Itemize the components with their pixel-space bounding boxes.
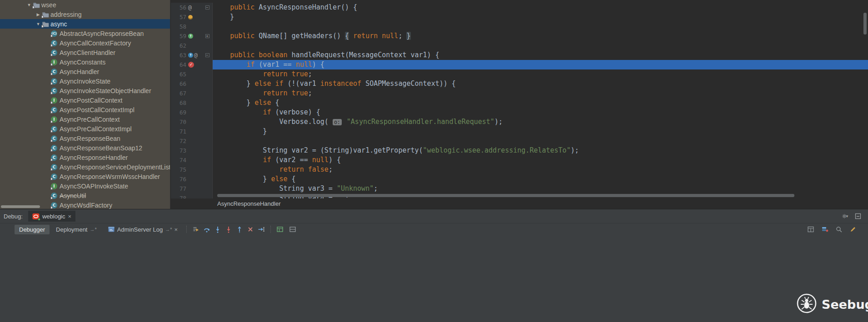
tree-item-AsyncClientHandler[interactable]: CAsyncClientHandler [0,48,170,57]
console-view-icon[interactable] [275,225,285,234]
code-text[interactable]: return true; [213,89,868,98]
code-line-77[interactable]: 77 String var3 = "Unknown"; [171,184,868,193]
interface-icon: I [51,59,60,65]
code-line-71[interactable]: 71 } [171,127,868,136]
chevron-right-icon[interactable]: ▶ [35,12,42,17]
code-line-59[interactable]: 59↑+ public QName[] getHeaders() { retur… [171,31,868,41]
tree-item-AsyncInvokeStateObjectHandler[interactable]: CAsyncInvokeStateObjectHandler [0,86,170,95]
tree-item-AsyncPreCallContextImpl[interactable]: CAsyncPreCallContextImpl [0,124,170,134]
tree-item-AsyncPostCallContext[interactable]: IAsyncPostCallContext [0,95,170,105]
code-text[interactable]: } else { [213,98,868,108]
hide-panel-icon[interactable] [854,213,862,220]
tab-deployment[interactable]: Deployment→* [51,225,101,234]
tab-adminserver-log[interactable]: AdminServer Log→*× [103,224,182,234]
code-text[interactable]: public AsyncResponseHandler() { [213,3,868,12]
tree-item-wsee[interactable]: ▼wsee [0,0,170,10]
code-text[interactable]: public QName[] getHeaders() { return nul… [213,31,868,41]
close-session-icon[interactable]: × [68,213,72,219]
tree-item-AsyncHandler[interactable]: CAsyncHandler [0,67,170,76]
gear-icon[interactable]: ▼ [842,213,849,220]
code-line-76[interactable]: 76 } else { [171,174,868,184]
tree-item-AsyncResponseServiceDeploymentListener[interactable]: CAsyncResponseServiceDeploymentListener [0,162,170,172]
code-line-74[interactable]: 74 if (var2 == null) { [171,155,868,165]
code-line-65[interactable]: 65 return true; [171,69,868,79]
force-step-into-icon[interactable] [224,225,234,234]
restore-layout-icon[interactable] [806,225,816,234]
code-line-57[interactable]: 57 } [171,12,868,22]
fold-minus-icon[interactable]: − [205,5,210,10]
tree-item-AsyncPreCallContext[interactable]: IAsyncPreCallContext [0,114,170,124]
code-line-62[interactable]: 62 [171,41,868,50]
tree-item-AsyncResponseHandler[interactable]: CAsyncResponseHandler [0,153,170,162]
code-line-63[interactable]: 63↑@− public boolean handleRequest(Messa… [171,50,868,60]
editor-horizontal-scrollbar[interactable] [217,194,794,197]
code-line-68[interactable]: 68 } else { [171,98,868,108]
code-line-72[interactable]: 72 [171,136,868,146]
code-text[interactable]: return false; [213,165,868,174]
code-text[interactable]: if (var1 == null) { [213,60,868,69]
line-number: 62 [171,41,186,50]
code-line-75[interactable]: 75 return false; [171,165,868,174]
edit-icon[interactable] [848,225,858,234]
fold-minus-icon[interactable]: − [205,53,210,57]
code-text[interactable]: return true; [213,69,868,79]
code-text[interactable]: } [213,127,868,136]
code-text[interactable]: public boolean handleRequest(MessageCont… [213,50,868,60]
code-text[interactable]: if (verbose) { [213,108,868,117]
close-tab-icon[interactable]: × [175,227,178,233]
tree-horizontal-scrollbar[interactable] [1,205,40,208]
tree-item-AbstractAsyncResponseBean[interactable]: (C)AbstractAsyncResponseBean [0,29,170,38]
tree-item-label: AsyncConstants [60,59,105,66]
tree-item-AsyncResponseBeanSoap12[interactable]: CAsyncResponseBeanSoap12 [0,143,170,153]
tree-item-async[interactable]: ▼async [0,19,170,29]
memory-view-icon[interactable] [834,225,844,234]
tree-item-AsyncInvokeState[interactable]: CAsyncInvokeState [0,76,170,86]
code-text[interactable] [213,22,868,31]
code-line-67[interactable]: 67 return true; [171,89,868,98]
tree-item-addressing[interactable]: ▶addressing [0,10,170,19]
threads-view-icon[interactable] [820,225,830,234]
tree-item-AsyncCallContextFactory[interactable]: CAsyncCallContextFactory [0,38,170,48]
code-text[interactable]: Verbose.log( o: "AsyncResponseHandler.ha… [213,117,868,127]
breakpoint-icon[interactable]: ✓ [188,62,194,68]
code-text[interactable]: String var3 = "Unknown"; [213,184,868,193]
tree-item-label: addressing [50,11,82,18]
chevron-down-icon[interactable]: ▼ [25,3,33,7]
code-text[interactable] [213,136,868,146]
interface-icon: I [51,116,60,123]
code-text[interactable] [213,41,868,50]
step-over-icon[interactable] [202,225,212,234]
code-text[interactable]: String var2 = (String)var1.getProperty("… [213,146,868,155]
layout-view-icon[interactable] [288,225,298,234]
code-text[interactable]: } [213,12,868,22]
code-text[interactable]: } else if (!(var1 instanceof SOAPMessage… [213,79,868,89]
code-line-64[interactable]: 64✓ if (var1 == null) { [171,60,868,69]
code-line-56[interactable]: 56@− public AsyncResponseHandler() { [171,3,868,12]
code-text[interactable]: } else { [213,174,868,184]
tree-item-AsyncResponseWsrmWsscHandler[interactable]: CAsyncResponseWsrmWsscHandler [0,172,170,181]
chevron-down-icon[interactable]: ▼ [35,22,42,26]
breadcrumb-class[interactable]: AsyncResponseHandler [217,200,280,207]
tree-item-AsyncPostCallContextImpl[interactable]: CAsyncPostCallContextImpl [0,105,170,114]
tree-item-AsyncUtil[interactable]: CAsyncUtil [0,191,170,200]
run-to-cursor-icon[interactable] [256,225,266,234]
code-line-69[interactable]: 69 if (verbose) { [171,108,868,117]
code-line-70[interactable]: 70 Verbose.log( o: "AsyncResponseHandler… [171,117,868,127]
fold-plus-icon[interactable]: + [205,34,210,38]
editor-vertical-scrollbar[interactable] [863,13,867,35]
step-out-icon[interactable] [234,225,244,234]
tab-debugger[interactable]: Debugger [15,225,50,234]
code-line-73[interactable]: 73 String var2 = (String)var1.getPropert… [171,146,868,155]
editor-code-area[interactable]: 56@− public AsyncResponseHandler() {57 }… [171,0,868,198]
drop-frame-icon[interactable] [245,225,255,234]
code-text[interactable]: if (var2 == null) { [213,155,868,165]
editor-gutter: 58 [171,22,213,31]
code-line-58[interactable]: 58 [171,22,868,31]
show-execution-point-icon[interactable] [191,225,201,234]
session-tab-weblogic[interactable]: weblogic × [28,211,75,222]
tree-item-AsyncConstants[interactable]: IAsyncConstants [0,57,170,67]
tree-item-AsyncResponseBean[interactable]: CAsyncResponseBean [0,134,170,143]
tree-item-AsyncSOAPInvokeState[interactable]: IAsyncSOAPInvokeState [0,181,170,191]
code-line-66[interactable]: 66 } else if (!(var1 instanceof SOAPMess… [171,79,868,89]
step-into-icon[interactable] [213,225,223,234]
